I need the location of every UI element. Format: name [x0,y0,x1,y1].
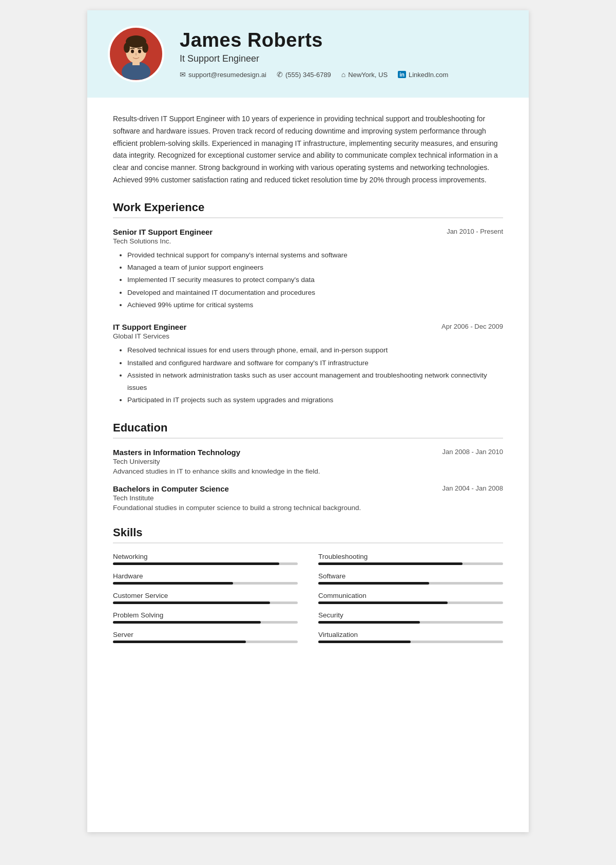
bullet-1-3: Participated in IT projects such as syst… [127,394,503,406]
linkedin-text: LinkedIn.com [409,71,448,79]
edu-header-0: Masters in Information Technology Jan 20… [113,448,503,457]
skill-bar-bg-8 [113,641,298,643]
skill-bar-fill-7 [318,621,420,624]
skill-name-3: Software [318,572,503,580]
svg-point-6 [142,43,148,53]
skill-bar-fill-4 [113,601,270,604]
edu-school-1: Tech Institute [113,494,503,502]
skill-bar-bg-0 [113,562,298,565]
email-text: support@resumedesign.ai [188,71,266,79]
job-header-0: Senior IT Support Engineer Jan 2010 - Pr… [113,228,503,236]
bullet-0-2: Implemented IT security measures to prot… [127,274,503,286]
skill-item-9: Virtualization [318,631,503,643]
skill-item-7: Security [318,611,503,624]
skill-item-6: Problem Solving [113,611,298,624]
job-block-0: Senior IT Support Engineer Jan 2010 - Pr… [113,228,503,311]
job-company-1: Global IT Services [113,332,503,340]
skills-grid: NetworkingTroubleshootingHardwareSoftwar… [113,553,503,643]
contact-phone: ✆ (555) 345-6789 [277,70,331,79]
bullet-0-1: Managed a team of junior support enginee… [127,261,503,274]
header-info: James Roberts It Support Engineer ✉ supp… [180,29,508,79]
bullet-0-0: Provided technical support for company's… [127,249,503,261]
skill-bar-fill-1 [318,562,463,565]
skills-section: Skills NetworkingTroubleshootingHardware… [113,526,503,643]
skill-bar-bg-2 [113,582,298,585]
skill-bar-fill-2 [113,582,233,585]
resume-body: Results-driven IT Support Engineer with … [87,98,529,673]
skill-name-1: Troubleshooting [318,553,503,560]
bullet-0-3: Developed and maintained IT documentatio… [127,287,503,299]
skill-item-5: Communication [318,592,503,604]
job-bullets-0: Provided technical support for company's… [113,249,503,311]
avatar-container [108,26,164,82]
skill-bar-fill-5 [318,601,448,604]
edu-degree-1: Bachelors in Computer Science [113,484,229,493]
resume-header: James Roberts It Support Engineer ✉ supp… [87,10,529,98]
skill-name-9: Virtualization [318,631,503,638]
job-title-1: IT Support Engineer [113,323,186,331]
svg-point-5 [124,43,130,53]
email-icon: ✉ [180,70,186,79]
edu-date-1: Jan 2004 - Jan 2008 [442,484,503,492]
skill-name-4: Customer Service [113,592,298,599]
edu-desc-1: Foundational studies in computer science… [113,504,503,512]
job-date-1: Apr 2006 - Dec 2009 [441,323,503,330]
skill-bar-fill-8 [113,641,246,643]
edu-desc-0: Advanced studies in IT to enhance skills… [113,467,503,475]
skill-name-8: Server [113,631,298,638]
work-section-title: Work Experience [113,201,503,218]
bullet-1-0: Resolved technical issues for end users … [127,344,503,356]
phone-text: (555) 345-6789 [285,71,331,79]
edu-block-0: Masters in Information Technology Jan 20… [113,448,503,475]
skill-bar-fill-6 [113,621,261,624]
edu-block-1: Bachelors in Computer Science Jan 2004 -… [113,484,503,512]
candidate-name: James Roberts [180,29,508,51]
contact-email: ✉ support@resumedesign.ai [180,70,266,79]
skill-name-2: Hardware [113,572,298,580]
skill-name-0: Networking [113,553,298,560]
contact-location: ⌂ NewYork, US [341,70,388,79]
edu-date-0: Jan 2008 - Jan 2010 [442,448,503,456]
education-section-title: Education [113,421,503,439]
work-section: Work Experience Senior IT Support Engine… [113,201,503,407]
skill-item-1: Troubleshooting [318,553,503,565]
job-title-0: Senior IT Support Engineer [113,228,213,236]
contact-list: ✉ support@resumedesign.ai ✆ (555) 345-67… [180,70,508,79]
skill-bar-bg-7 [318,621,503,624]
resume-container: James Roberts It Support Engineer ✉ supp… [87,10,529,832]
skill-bar-bg-5 [318,601,503,604]
job-header-1: IT Support Engineer Apr 2006 - Dec 2009 [113,323,503,331]
candidate-title: It Support Engineer [180,53,508,64]
svg-point-7 [131,50,134,53]
skill-name-6: Problem Solving [113,611,298,619]
edu-header-1: Bachelors in Computer Science Jan 2004 -… [113,484,503,493]
skill-bar-fill-3 [318,582,429,585]
job-bullets-1: Resolved technical issues for end users … [113,344,503,406]
skill-bar-bg-6 [113,621,298,624]
bullet-0-4: Achieved 99% uptime for critical systems [127,299,503,311]
job-date-0: Jan 2010 - Present [447,228,503,235]
edu-school-0: Tech University [113,458,503,465]
skill-bar-fill-9 [318,641,411,643]
svg-point-8 [138,50,141,53]
avatar [108,26,164,82]
summary-text: Results-driven IT Support Engineer with … [113,113,503,186]
skill-name-7: Security [318,611,503,619]
job-block-1: IT Support Engineer Apr 2006 - Dec 2009 … [113,323,503,406]
skill-item-0: Networking [113,553,298,565]
skill-item-3: Software [318,572,503,585]
location-text: NewYork, US [348,71,388,79]
bullet-1-2: Assisted in network administration tasks… [127,369,503,394]
education-section: Education Masters in Information Technol… [113,421,503,512]
location-icon: ⌂ [341,70,345,79]
job-company-0: Tech Solutions Inc. [113,237,503,245]
skill-name-5: Communication [318,592,503,599]
linkedin-icon: in [398,71,406,78]
phone-icon: ✆ [277,70,283,79]
skill-item-4: Customer Service [113,592,298,604]
skills-section-title: Skills [113,526,503,543]
skill-bar-bg-1 [318,562,503,565]
skill-bar-bg-9 [318,641,503,643]
edu-degree-0: Masters in Information Technology [113,448,240,457]
skill-bar-fill-0 [113,562,279,565]
